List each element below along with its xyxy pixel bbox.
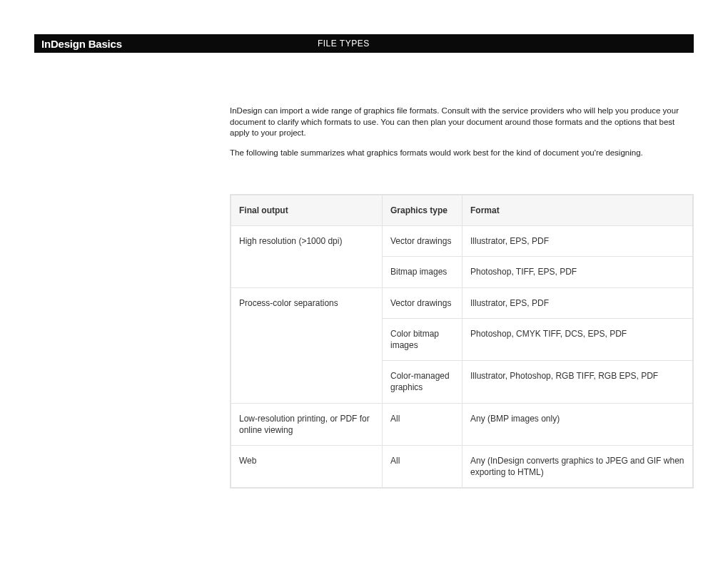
- header-graphics-type: Graphics type: [383, 195, 462, 226]
- cell-format: Photoshop, CMYK TIFF, DCS, EPS, PDF: [462, 318, 693, 360]
- header-final-output: Final output: [231, 195, 383, 226]
- cell-final-output: High resolution (>1000 dpi): [231, 226, 383, 287]
- cell-format: Illustrator, Photoshop, RGB TIFF, RGB EP…: [462, 361, 693, 403]
- cell-graphics-type: Color bitmap images: [383, 318, 462, 360]
- table-row: High resolution (>1000 dpi) Vector drawi…: [231, 226, 693, 257]
- table-row: Web All Any (InDesign converts graphics …: [231, 445, 693, 487]
- cell-graphics-type: All: [383, 403, 462, 445]
- cell-graphics-type: Vector drawings: [383, 226, 462, 257]
- table-header-row: Final output Graphics type Format: [231, 195, 693, 226]
- formats-table: Final output Graphics type Format High r…: [231, 195, 693, 488]
- cell-format: Photoshop, TIFF, EPS, PDF: [462, 257, 693, 287]
- intro-paragraph-1: InDesign can import a wide range of grap…: [230, 106, 694, 139]
- intro-paragraph-2: The following table summarizes what grap…: [230, 148, 694, 159]
- cell-format: Illustrator, EPS, PDF: [462, 287, 693, 318]
- formats-table-wrap: Final output Graphics type Format High r…: [230, 194, 694, 489]
- cell-final-output: Web: [231, 445, 383, 487]
- cell-format: Any (InDesign converts graphics to JPEG …: [462, 445, 693, 487]
- cell-graphics-type: Bitmap images: [383, 257, 462, 287]
- cell-graphics-type: Vector drawings: [383, 287, 462, 318]
- page-title: InDesign Basics: [34, 38, 122, 50]
- cell-format: Illustrator, EPS, PDF: [462, 226, 693, 257]
- cell-final-output: Process-color separations: [231, 287, 383, 403]
- cell-format: Any (BMP images only): [462, 403, 693, 445]
- cell-final-output: Low-resolution printing, or PDF for onli…: [231, 403, 383, 445]
- header-bar: InDesign Basics FILE TYPES: [34, 34, 694, 53]
- table-row: Process-color separations Vector drawing…: [231, 287, 693, 318]
- cell-graphics-type: Color-managed graphics: [383, 361, 462, 403]
- header-format: Format: [462, 195, 693, 226]
- page-section: FILE TYPES: [122, 39, 694, 48]
- cell-graphics-type: All: [383, 445, 462, 487]
- table-row: Low-resolution printing, or PDF for onli…: [231, 403, 693, 445]
- content-area: InDesign can import a wide range of grap…: [230, 106, 694, 489]
